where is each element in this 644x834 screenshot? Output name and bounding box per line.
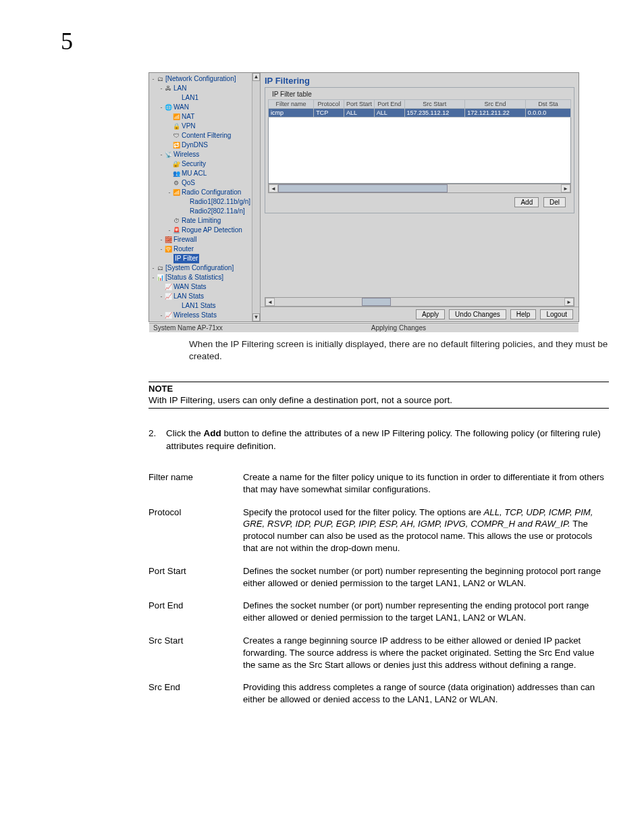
tree-item[interactable]: 🔒VPN	[151, 122, 260, 131]
scroll-track[interactable]	[252, 81, 260, 313]
tree-item[interactable]: 🔁DynDNS	[151, 140, 260, 150]
scroll-up-icon[interactable]: ▲	[252, 73, 260, 81]
tree-item-label: [System Configuration]	[165, 263, 234, 273]
def-term: Port End	[149, 594, 243, 629]
tree-icon	[180, 207, 188, 215]
del-button[interactable]: Del	[543, 197, 566, 207]
tree-item-label: QoS	[182, 178, 195, 188]
tree-item[interactable]: -🚨Rogue AP Detection	[151, 226, 260, 235]
step-2: 2. Click the Add button to define the at…	[149, 427, 609, 452]
apply-button[interactable]: Apply	[416, 309, 445, 319]
tree-item[interactable]: ⏱Rate Limiting	[151, 216, 260, 226]
tree-item[interactable]: -🧱Firewall	[151, 235, 260, 244]
content-h-scrollbar[interactable]: ◄ ►	[265, 297, 574, 307]
tree-item[interactable]: -🛜Router	[151, 244, 260, 254]
tree-item[interactable]: -🌐WAN	[151, 103, 260, 112]
content-pane: IP Filtering IP Filter table Filter name…	[261, 73, 579, 321]
cell: ALL	[374, 109, 404, 118]
cell: TCP	[314, 109, 344, 118]
scroll-right-icon[interactable]: ►	[564, 298, 574, 306]
tree-item-label: Security	[182, 159, 206, 169]
fieldset-legend: IP Filter table	[271, 90, 313, 98]
tree-item[interactable]: -📈Wireless Stats	[151, 311, 260, 320]
cell: ALL	[344, 109, 374, 118]
def-desc: Defines the socket number (or port) numb…	[243, 560, 614, 595]
tree-item[interactable]: -🖧LAN	[151, 84, 260, 93]
col-header: Dst Sta	[525, 100, 570, 109]
tree-item[interactable]: ⚙QoS	[151, 178, 260, 188]
tree-icon: 🧱	[164, 236, 172, 244]
undo-changes-button[interactable]: Undo Changes	[449, 309, 506, 319]
logout-button[interactable]: Logout	[540, 309, 573, 319]
tree-icon	[172, 94, 180, 102]
tree-item-label: WAN Stats	[173, 282, 207, 292]
nav-tree-pane: -🗂[Network Configuration]-🖧LANLAN1-🌐WAN📶…	[149, 73, 261, 321]
note-title: NOTE	[149, 384, 609, 394]
tree-item[interactable]: 🛡Content Filtering	[151, 131, 260, 140]
tree-item-label: MU ACL	[182, 169, 207, 178]
tree-item-label: IP Filter	[173, 254, 199, 263]
tree-item-label: VPN	[182, 122, 196, 131]
tree-item[interactable]: IP Filter	[151, 254, 260, 263]
tree-item[interactable]: Radio2[802.11a/n]	[151, 207, 260, 216]
tree-item[interactable]: -📊[Status & Statistics]	[151, 273, 260, 282]
def-term: Src Start	[149, 629, 243, 676]
tree-item[interactable]: LAN1	[151, 93, 260, 103]
note-block: NOTE With IP Filtering, users can only d…	[149, 382, 609, 409]
table-empty-area	[268, 118, 571, 184]
tree-item[interactable]: -📶Radio Configuration	[151, 188, 260, 197]
scroll-left-icon[interactable]: ◄	[269, 184, 278, 192]
scroll-left-icon[interactable]: ◄	[265, 298, 275, 306]
tree-item-label: Rogue AP Detection	[182, 226, 242, 235]
tree-item-label: Router	[173, 244, 194, 254]
def-term: Src End	[149, 676, 243, 711]
tree-icon: 🗂	[156, 264, 164, 272]
table-h-scrollbar[interactable]: ◄ ►	[268, 184, 571, 193]
tree-icon: 🔁	[172, 141, 180, 149]
tree-item[interactable]: 📶NAT	[151, 112, 260, 122]
tree-icon: 📊	[156, 273, 164, 282]
status-bar: System Name AP-71xx Applying Changes	[149, 323, 579, 332]
tree-icon: 🛡	[172, 132, 180, 140]
tree-item[interactable]: -🗂[Network Configuration]	[151, 74, 260, 84]
tree-item[interactable]: 📈WAN Stats	[151, 282, 260, 292]
tree-scrollbar[interactable]: ▲ ▼	[252, 73, 260, 321]
scroll-down-icon[interactable]: ▼	[252, 313, 260, 321]
tree-item[interactable]: -📡Wireless	[151, 150, 260, 159]
tree-item[interactable]: LAN1 Stats	[151, 301, 260, 311]
table-row[interactable]: icmpTCPALLALL157.235.112.12172.121.211.2…	[269, 109, 571, 118]
tree-item-label: Radio2[802.11a/n]	[190, 207, 245, 216]
tree-icon: 🔒	[172, 122, 180, 130]
scroll-thumb[interactable]	[278, 184, 448, 192]
def-term: Protocol	[149, 501, 243, 560]
cell: icmp	[269, 109, 314, 118]
tree-icon: 👥	[172, 170, 180, 178]
status-system-name: System Name AP-71xx	[153, 324, 223, 332]
page-number: 5	[61, 27, 609, 55]
tree-item[interactable]: -📈LAN Stats	[151, 292, 260, 301]
col-header: Src Start	[404, 100, 465, 109]
step-text: Click the Add button to define the attri…	[166, 427, 609, 452]
tree-item-label: Radio1[802.11b/g/n]	[190, 197, 250, 207]
tree-item[interactable]: 👥MU ACL	[151, 169, 260, 178]
tree-item[interactable]: Radio1[802.11b/g/n]	[151, 197, 260, 207]
scroll-right-icon[interactable]: ►	[561, 184, 570, 192]
help-button[interactable]: Help	[510, 309, 537, 319]
tree-icon: 📈	[164, 283, 172, 291]
def-desc: Creates a range beginning source IP addr…	[243, 629, 614, 676]
tree-icon: ⚙	[172, 179, 180, 187]
tree-item[interactable]: -🗂[System Configuration]	[151, 263, 260, 273]
status-message: Applying Changes	[223, 324, 574, 332]
add-button[interactable]: Add	[514, 197, 539, 207]
ip-filter-fieldset: IP Filter table Filter nameProtocolPort …	[265, 87, 574, 213]
tree-item[interactable]: 🔐Security	[151, 159, 260, 169]
tree-item-label: Radio Configuration	[182, 188, 241, 197]
cell: 157.235.112.12	[404, 109, 465, 118]
tree-item-label: LAN Stats	[173, 292, 204, 301]
def-desc: Create a name for the filter policy uniq…	[243, 466, 614, 501]
tree-icon: 📶	[172, 188, 180, 197]
tree-icon	[172, 302, 180, 310]
tree-item-label: Rate Limiting	[182, 216, 221, 226]
scroll-thumb[interactable]	[362, 298, 391, 306]
tree-item-label: Wireless	[173, 150, 199, 159]
